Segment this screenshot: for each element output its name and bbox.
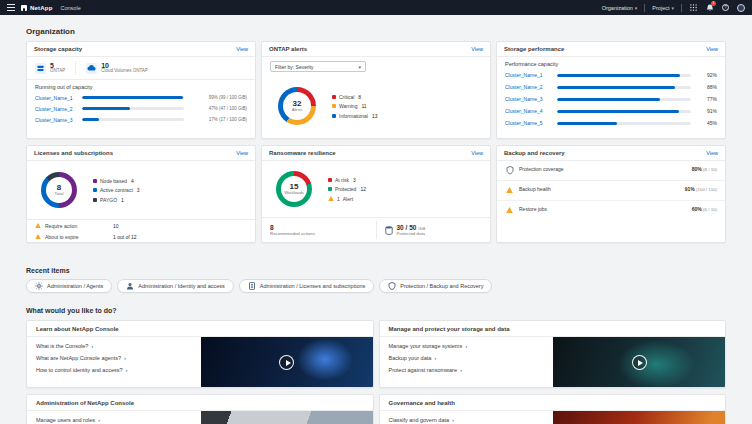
view-link[interactable]: View — [706, 46, 718, 52]
card-title: Licenses and subscriptions — [34, 150, 113, 156]
performance-value: 91% — [697, 108, 717, 114]
card-title: Ransomware resilience — [269, 150, 336, 156]
brand-name: NetApp — [30, 5, 53, 11]
learn-link[interactable]: Manage your storage systems › — [389, 343, 545, 349]
storage-capacity-stats: 5 ONTAP 10 Cloud Volumes ONTAP — [27, 57, 255, 80]
capacity-row: Cluster_Name_1 99% (99 / 100 GiB) — [27, 92, 255, 103]
running-out-of-capacity-label: Running out of capacity — [35, 84, 247, 90]
recent-item-licenses[interactable]: Administration / Licenses and subscripti… — [239, 279, 374, 293]
capacity-bar — [82, 96, 184, 99]
learn-link[interactable]: What are NetApp Console agents? › — [36, 355, 192, 361]
view-link[interactable]: View — [706, 150, 718, 156]
user-icon — [126, 282, 134, 291]
user-avatar[interactable] — [737, 4, 745, 12]
help-icon[interactable]: ? — [721, 3, 730, 12]
storage-performance-card: Storage performance View Performance cap… — [496, 41, 726, 139]
learn-link[interactable]: Manage users and roles › — [36, 417, 192, 423]
learn-link[interactable]: Protect against ransomware › — [389, 367, 545, 373]
play-button-icon[interactable] — [632, 355, 647, 370]
performance-row: Cluster_Name_4 91% — [497, 105, 725, 117]
database-icon — [385, 221, 393, 239]
stat-label: Cloud Volumes ONTAP — [101, 69, 148, 74]
card-title: Storage capacity — [34, 46, 82, 52]
severity-filter-dropdown[interactable]: Filter by: Severity ▾ — [270, 61, 366, 72]
video-thumbnail[interactable] — [553, 411, 725, 424]
capacity-bar — [82, 118, 184, 121]
view-link[interactable]: View — [471, 46, 483, 52]
recent-item-backup-recovery[interactable]: Protection / Backup and Recovery — [379, 279, 492, 293]
ransomware-resilience-card: Ransomware resilience View 15 Workloads … — [261, 145, 491, 243]
backup-recovery-card: Backup and recovery View Protection cove… — [496, 145, 726, 243]
learn-card-console: Learn about NetApp Console What is the C… — [26, 320, 374, 388]
cloud-volumes-stat: 10 Cloud Volumes ONTAP — [86, 62, 148, 75]
cluster-link[interactable]: Cluster_Name_1 — [35, 95, 77, 101]
recent-item-agents[interactable]: Administration / Agents — [26, 279, 112, 293]
play-button-icon[interactable] — [279, 355, 294, 370]
apps-grid-icon[interactable] — [689, 3, 698, 12]
legend-item-paygo: PAYGO 1 — [93, 197, 140, 203]
video-thumbnail[interactable] — [201, 411, 373, 424]
capacity-detail: 47% (47 / 100 GiB) — [189, 106, 247, 111]
recommended-actions: 8 Recommended actions — [270, 221, 368, 239]
cluster-link[interactable]: Cluster_Name_2 — [505, 84, 551, 90]
cluster-link[interactable]: Cluster_Name_5 — [505, 120, 551, 126]
licenses-donut-chart: 8 Total — [41, 172, 77, 208]
footer-divider — [376, 221, 377, 239]
performance-capacity-label: Performance capacity — [505, 61, 717, 67]
topbar-divider — [644, 4, 645, 12]
learn-card-manage-protect: Manage and protect your storage and data… — [379, 320, 727, 388]
netapp-logo-mark — [21, 5, 27, 11]
chevron-down-icon: ▾ — [358, 64, 361, 70]
gear-icon — [35, 282, 43, 291]
view-link[interactable]: View — [236, 150, 248, 156]
dashboard-row-2: Licenses and subscriptions View 8 Total … — [26, 145, 726, 243]
workloads-total-label: Workloads — [284, 191, 304, 195]
legend-item-active-contract: Active contract 3 — [93, 187, 140, 193]
learn-link[interactable]: Backup your data › — [389, 355, 545, 361]
learn-card-title: Governance and health — [380, 395, 726, 411]
menu-icon[interactable] — [7, 4, 15, 11]
cluster-link[interactable]: Cluster_Name_4 — [505, 108, 551, 114]
organization-selector[interactable]: Organization ▾ — [602, 5, 638, 11]
capacity-bar — [82, 107, 184, 110]
document-icon — [248, 282, 256, 291]
alerts-total-label: Alerts — [292, 108, 303, 112]
backup-health-row: Backup health 91% (100 / 110) — [497, 180, 725, 200]
learn-card-title: Learn about NetApp Console — [27, 321, 373, 337]
about-to-expire-row: About to expire 1 out of 12 — [27, 231, 255, 242]
restore-jobs-row: Restore jobs 60% (6 / 10) — [497, 200, 725, 220]
alert-link[interactable]: 1 Alert — [328, 196, 366, 202]
capacity-row: Cluster_Name_3 17% (17 / 100 GiB) — [27, 114, 255, 125]
legend-item-protected: Protected 12 — [328, 186, 366, 192]
learn-section-title: What would you like to do? — [26, 307, 726, 314]
legend-item-node-based: Node based 4 — [93, 178, 140, 184]
video-thumbnail[interactable] — [553, 337, 725, 387]
netapp-logo[interactable]: NetApp — [21, 5, 53, 11]
video-thumbnail[interactable] — [201, 337, 373, 387]
dashboard-row-1: Storage capacity View 5 ONTAP — [26, 41, 726, 139]
chevron-right-icon: › — [434, 355, 436, 361]
view-link[interactable]: View — [471, 150, 483, 156]
cluster-link[interactable]: Cluster_Name_2 — [35, 106, 77, 112]
warning-icon — [505, 207, 514, 213]
cluster-link[interactable]: Cluster_Name_3 — [505, 96, 551, 102]
ransomware-legend: At risk 3 Protected 12 1 Alert — [328, 177, 366, 202]
filter-value: Severity — [296, 64, 314, 70]
top-navigation-bar: NetApp Console Organization ▾ Project ▾ … — [0, 0, 752, 15]
learn-link[interactable]: How to control identity and access? › — [36, 367, 192, 373]
stat-label: ONTAP — [50, 69, 65, 74]
learn-link[interactable]: What is the Console? › — [36, 343, 192, 349]
chevron-right-icon: › — [465, 343, 467, 349]
recent-item-identity-access[interactable]: Administration / Identity and access — [117, 279, 234, 293]
alerts-legend: Critical 8 Warning 11 Informational 13 — [332, 94, 377, 119]
cluster-link[interactable]: Cluster_Name_3 — [35, 117, 77, 123]
product-name: Console — [61, 5, 81, 11]
project-selector[interactable]: Project ▾ — [652, 5, 674, 11]
legend-item-informational: Informational 13 — [332, 113, 377, 119]
legend-item-at-risk: At risk 3 — [328, 177, 366, 183]
notifications-bell-icon[interactable]: 1 — [705, 3, 714, 12]
view-link[interactable]: View — [236, 46, 248, 52]
cloud-icon — [86, 63, 97, 74]
cluster-link[interactable]: Cluster_Name_1 — [505, 72, 551, 78]
learn-link[interactable]: Classify and govern data › — [389, 417, 545, 423]
